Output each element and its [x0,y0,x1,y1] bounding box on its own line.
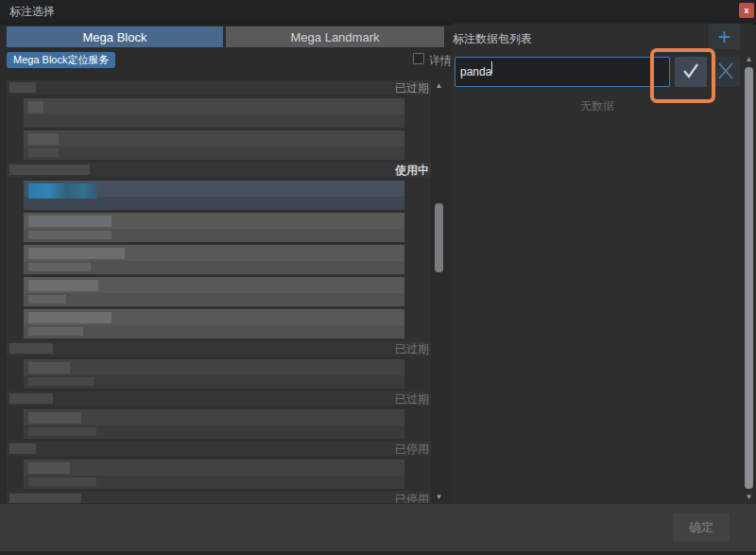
redacted-item-title [28,248,125,259]
service-item[interactable]: V1.0 [24,409,431,439]
right-scrollbar[interactable]: ▲ ▼ [743,54,755,503]
redacted-item-title [28,362,70,373]
service-item[interactable]: V3.0 [24,309,431,338]
redacted-item-subtitle [28,263,91,271]
add-package-button[interactable]: + [709,24,740,49]
redacted-group-name [9,343,53,354]
group-status-label: 已过期 [395,81,429,95]
titlebar: 标注选择 x [0,0,756,25]
confirm-button[interactable]: 确定 [673,513,730,542]
x-icon [713,59,738,83]
redacted-group-name [9,165,90,175]
tab-mega-landmark[interactable]: Mega Landmark [226,26,444,47]
redacted-item-title [28,183,97,199]
confirm-input-button[interactable] [675,57,707,87]
redacted-item-title [28,280,98,291]
redacted-item-title [28,101,43,113]
empty-list-message: 无数据 [452,98,743,114]
check-icon [678,59,704,83]
redacted-item-subtitle [28,477,96,486]
group-status-label: 已停用 [395,493,429,503]
item-second-line [24,147,404,160]
left-scrollbar-thumb[interactable] [435,203,443,272]
service-item[interactable]: V4.0 [24,245,431,274]
close-button[interactable]: x [739,3,754,18]
redacted-group-name [9,82,36,93]
right-scrollbar-thumb[interactable] [745,67,753,489]
redacted-item-title [28,462,70,474]
group-status-label: 已过期 [395,392,429,406]
redacted-item-title [28,216,112,227]
service-group-header: 已过期 [7,341,431,356]
service-item[interactable]: V1.0 [24,130,431,160]
item-second-line [24,197,404,210]
service-group-header: 使用中 [7,163,431,177]
group-status-label: 已过期 [395,342,429,356]
details-checkbox-label: 详情 [429,53,452,69]
package-name-input[interactable] [455,57,670,87]
scroll-down-icon[interactable]: ▼ [433,493,445,502]
service-item[interactable]: V1.0 [24,460,431,489]
dialog-title: 标注选择 [9,4,55,20]
redacted-item-subtitle [28,377,94,386]
redacted-group-name [9,393,53,404]
redacted-item-title [28,412,81,424]
redacted-group-name [9,443,36,454]
service-group-header: 已过期 [7,391,431,406]
scroll-up-icon[interactable]: ▲ [743,55,755,64]
tab-mega-block[interactable]: Mega Block [7,26,223,47]
service-list: 已过期V2.0V1.0使用中V4.0V4.0V4.0V3.0V3.0已过期V1.… [7,80,431,503]
footer-bar: 确定 [0,504,756,551]
cancel-input-button[interactable] [711,57,740,87]
group-status-label: 使用中 [395,164,429,177]
service-group-header: 已过期 [7,80,431,95]
redacted-item-title [28,133,59,145]
annotation-select-dialog: 标注选择 x Mega Block Mega Landmark Mega Blo… [0,0,756,555]
item-second-line [24,293,404,306]
scroll-down-icon[interactable]: ▼ [743,493,755,502]
redacted-item-subtitle [28,231,112,239]
service-group-header: 已停用 [7,442,431,456]
service-item[interactable]: V4.0 [24,181,431,210]
plus-icon: + [717,24,730,49]
group-status-label: 已停用 [395,442,429,456]
text-caret [491,61,492,74]
service-item[interactable]: V1.0 [24,359,431,389]
redacted-item-subtitle [28,295,66,304]
left-scrollbar[interactable]: ▲ ▼ [433,80,445,503]
service-group-header: 已停用 [7,492,431,503]
redacted-item-subtitle [28,427,96,436]
redacted-item-title [28,312,112,323]
package-panel: 标注数据包列表 + 无数据 [452,24,753,503]
service-badge: Mega Block定位服务 [7,52,115,68]
service-item[interactable]: V3.0 [24,277,431,306]
window-bottom-edge [0,551,756,555]
redacted-item-subtitle [28,327,83,336]
service-item[interactable]: V2.0 [24,98,431,128]
redacted-item-subtitle [28,148,59,157]
redacted-group-name [9,494,81,503]
item-second-line [24,114,404,128]
scroll-up-icon[interactable]: ▲ [433,81,445,91]
details-checkbox[interactable] [413,53,424,64]
package-panel-title: 标注数据包列表 [453,31,532,47]
service-item[interactable]: V4.0 [24,213,431,242]
